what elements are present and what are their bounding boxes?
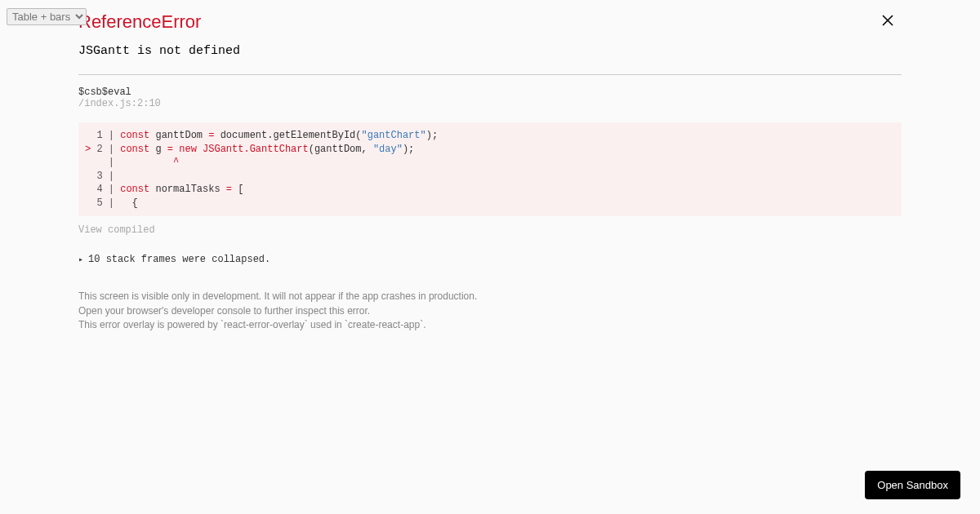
stack-frames-toggle[interactable]: 10 stack frames were collapsed. xyxy=(78,254,902,265)
divider xyxy=(78,74,902,75)
error-overlay: ReferenceError JSGantt is not defined $c… xyxy=(0,0,980,514)
error-content: ReferenceError JSGantt is not defined $c… xyxy=(0,0,980,332)
code-line: 1 | const ganttDom = document.getElement… xyxy=(85,129,895,143)
footer-line: This error overlay is powered by `react-… xyxy=(78,318,902,332)
code-line-error: > 2 | const g = new JSGantt.GanttChart(g… xyxy=(85,143,895,157)
code-line: 4 | const normalTasks = [ xyxy=(85,183,895,197)
close-icon[interactable] xyxy=(882,15,893,26)
view-mode-dropdown-wrapper: Table + bars xyxy=(7,8,87,25)
code-line: 5 | { xyxy=(85,197,895,210)
code-line-caret: | ^ xyxy=(85,156,895,170)
source-label: $csb$eval xyxy=(78,86,902,98)
open-sandbox-button[interactable]: Open Sandbox xyxy=(865,471,960,499)
view-mode-dropdown[interactable]: Table + bars xyxy=(7,8,87,25)
footer-line: Open your browser's developer console to… xyxy=(78,304,902,318)
footer-note: This screen is visible only in developme… xyxy=(78,290,902,332)
code-line: 3 | xyxy=(85,170,895,184)
error-message: JSGantt is not defined xyxy=(78,44,902,58)
view-compiled-link[interactable]: View compiled xyxy=(78,224,902,236)
error-title: ReferenceError xyxy=(78,11,902,33)
code-block: 1 | const ganttDom = document.getElement… xyxy=(78,122,902,216)
source-location: /index.js:2:10 xyxy=(78,98,902,109)
footer-line: This screen is visible only in developme… xyxy=(78,290,902,304)
